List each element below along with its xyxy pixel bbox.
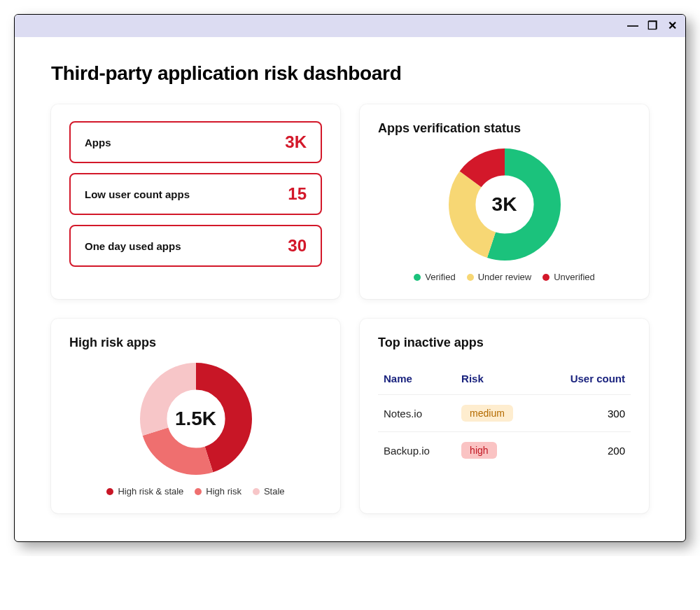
window-close-button[interactable]: ✕ <box>667 21 677 31</box>
col-count: User count <box>541 363 631 395</box>
stat-value: 3K <box>285 132 307 152</box>
stat-row-apps[interactable]: Apps 3K <box>69 121 322 163</box>
highrisk-card: High risk apps 1.5K High risk & stale Hi… <box>51 319 340 513</box>
card-title: Apps verification status <box>378 121 631 136</box>
dashboard-grid: Apps 3K Low user count apps 15 One day u… <box>51 104 649 513</box>
legend-item: Stale <box>253 486 285 497</box>
risk-badge: medium <box>461 405 513 422</box>
window-maximize-button[interactable]: ❐ <box>648 21 657 31</box>
cell-name: Backup.io <box>378 432 456 469</box>
highrisk-legend: High risk & stale High risk Stale <box>106 486 284 497</box>
cell-count: 200 <box>541 432 631 469</box>
legend-item: Unverified <box>542 272 595 282</box>
inactive-card: Top inactive apps Name Risk User count N… <box>360 319 649 513</box>
stat-label: Low user count apps <box>85 188 190 200</box>
legend-item: Verified <box>414 272 455 282</box>
cell-risk: medium <box>456 395 541 432</box>
cell-risk: high <box>456 432 541 469</box>
page-title: Third-party application risk dashboard <box>51 62 649 85</box>
stat-label: One day used apps <box>85 240 181 252</box>
highrisk-donut: 1.5K <box>140 363 252 475</box>
cell-name: Notes.io <box>378 395 456 432</box>
legend-item: Under review <box>467 272 532 282</box>
cell-count: 300 <box>541 395 631 432</box>
inactive-table: Name Risk User count Notes.io medium 300… <box>378 363 631 469</box>
col-risk: Risk <box>456 363 541 395</box>
stat-value: 15 <box>288 184 307 204</box>
stat-row-low-user[interactable]: Low user count apps 15 <box>69 173 322 215</box>
stats-card: Apps 3K Low user count apps 15 One day u… <box>51 104 340 299</box>
app-window: — ❐ ✕ Third-party application risk dashb… <box>14 14 686 542</box>
titlebar: — ❐ ✕ <box>15 15 685 37</box>
donut-center-value: 1.5K <box>140 363 252 475</box>
stat-row-one-day[interactable]: One day used apps 30 <box>69 225 322 267</box>
risk-badge: high <box>461 442 496 459</box>
window-minimize-button[interactable]: — <box>628 21 638 31</box>
content-area: Third-party application risk dashboard A… <box>15 37 685 541</box>
verification-donut: 3K <box>449 148 561 261</box>
card-title: High risk apps <box>69 335 322 350</box>
stat-value: 30 <box>288 236 307 256</box>
card-title: Top inactive apps <box>378 335 631 350</box>
verification-legend: Verified Under review Unverified <box>414 272 595 282</box>
verification-card: Apps verification status 3K Verified Und… <box>360 104 649 299</box>
legend-item: High risk <box>195 486 241 497</box>
table-row[interactable]: Notes.io medium 300 <box>378 395 631 432</box>
donut-center-value: 3K <box>449 148 561 261</box>
col-name: Name <box>378 363 456 395</box>
table-row[interactable]: Backup.io high 200 <box>378 432 631 469</box>
stat-label: Apps <box>85 137 111 148</box>
legend-item: High risk & stale <box>106 486 183 497</box>
